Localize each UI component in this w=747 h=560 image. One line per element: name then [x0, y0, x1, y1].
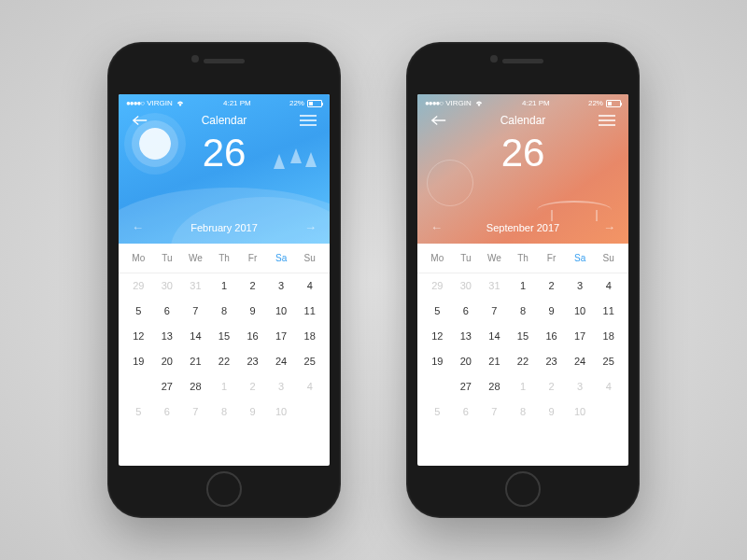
day-cell[interactable]: 16 — [238, 328, 267, 344]
day-cell[interactable]: 24 — [566, 353, 595, 370]
day-cell[interactable]: 11 — [594, 302, 623, 319]
day-cell[interactable]: 17 — [267, 328, 296, 344]
day-cell[interactable]: 1 — [210, 378, 239, 395]
day-cell[interactable]: 2 — [238, 277, 267, 294]
day-cell[interactable]: 3 — [566, 378, 595, 395]
day-cell[interactable]: 2 — [238, 378, 267, 395]
day-cell[interactable]: 12 — [423, 328, 452, 344]
day-cell[interactable]: 6 — [153, 403, 182, 420]
day-cell[interactable]: 9 — [238, 403, 267, 420]
day-cell[interactable]: 14 — [181, 328, 210, 344]
day-cell[interactable]: 25 — [594, 353, 623, 370]
day-cell[interactable]: 1 — [509, 277, 538, 294]
day-cell[interactable]: 9 — [537, 403, 566, 420]
day-cell[interactable]: 18 — [295, 328, 324, 344]
day-cell[interactable]: 31 — [480, 277, 509, 294]
day-cell[interactable]: 4 — [594, 277, 623, 294]
day-cell[interactable]: 23 — [537, 353, 566, 370]
day-cell[interactable]: 10 — [566, 302, 595, 319]
day-cell[interactable]: 30 — [452, 277, 481, 294]
day-cell[interactable]: 7 — [480, 302, 509, 319]
day-cell[interactable]: 2 — [537, 277, 566, 294]
day-cell[interactable]: 23 — [238, 353, 267, 370]
prev-month-button[interactable]: ← — [430, 220, 443, 234]
back-icon[interactable] — [132, 114, 148, 127]
day-cell[interactable]: 24 — [267, 353, 296, 370]
prev-month-button[interactable]: ← — [132, 220, 144, 234]
day-cell[interactable]: 6 — [452, 403, 481, 420]
day-cell[interactable]: 5 — [423, 302, 452, 319]
day-cell[interactable]: 10 — [566, 403, 595, 420]
day-cell[interactable]: 15 — [509, 328, 538, 344]
day-cell[interactable]: 19 — [124, 353, 153, 370]
day-cell[interactable]: 13 — [153, 328, 182, 344]
day-cell[interactable]: 8 — [509, 302, 538, 319]
weekday-label: Su — [594, 253, 623, 263]
day-cell[interactable]: 10 — [267, 403, 296, 420]
menu-icon[interactable] — [300, 114, 317, 127]
day-cell[interactable]: 7 — [181, 403, 210, 420]
menu-icon[interactable] — [599, 114, 615, 127]
day-cell[interactable]: 19 — [423, 353, 452, 370]
day-cell[interactable]: 9 — [238, 302, 267, 319]
day-cell[interactable]: 25 — [295, 353, 324, 370]
day-cell[interactable]: 10 — [267, 302, 296, 319]
day-cell[interactable]: 16 — [537, 328, 566, 344]
day-cell[interactable]: 29 — [124, 277, 153, 294]
status-bar: ●●●●○ VIRGIN 4:21 PM 22% — [119, 94, 330, 112]
day-cell[interactable]: 26 — [124, 378, 153, 395]
day-cell[interactable]: 1 — [509, 378, 538, 395]
day-cell[interactable]: 22 — [509, 353, 538, 370]
day-cell[interactable]: 28 — [480, 378, 509, 395]
day-cell[interactable]: 27 — [153, 378, 182, 395]
day-cell[interactable]: 5 — [124, 403, 153, 420]
day-cell[interactable]: 5 — [124, 302, 153, 319]
day-cell[interactable]: 26 — [423, 378, 452, 395]
day-cell[interactable]: 4 — [594, 378, 623, 395]
phone-right: ●●●●○ VIRGIN 4:21 PM 22% Calendar 26 ← S… — [406, 42, 640, 518]
day-cell[interactable]: 4 — [295, 277, 324, 294]
day-cell[interactable]: 21 — [181, 353, 210, 370]
day-cell[interactable]: 27 — [452, 378, 481, 395]
day-cell[interactable]: 20 — [452, 353, 481, 370]
next-month-button[interactable]: → — [603, 220, 615, 234]
day-cell[interactable]: 7 — [181, 302, 210, 319]
day-cell[interactable]: 15 — [210, 328, 239, 344]
home-button[interactable] — [206, 471, 242, 507]
day-cell[interactable]: 3 — [267, 378, 296, 395]
day-cell[interactable]: 1 — [210, 277, 239, 294]
day-cell[interactable]: 21 — [480, 353, 509, 370]
day-cell[interactable]: 8 — [509, 403, 538, 420]
day-cell[interactable]: 5 — [423, 403, 452, 420]
day-cell[interactable]: 8 — [210, 302, 239, 319]
day-cell[interactable]: 6 — [153, 302, 182, 319]
back-icon[interactable] — [430, 114, 447, 127]
day-cell[interactable]: 31 — [181, 277, 210, 294]
weekday-label: We — [181, 253, 210, 263]
day-cell[interactable]: 17 — [566, 328, 595, 344]
day-cell[interactable]: 30 — [153, 277, 182, 294]
battery-icon — [307, 100, 322, 107]
day-cell[interactable]: 14 — [480, 328, 509, 344]
day-cell[interactable]: 4 — [295, 378, 324, 395]
day-cell[interactable]: 18 — [594, 328, 623, 344]
day-cell[interactable]: 6 — [452, 302, 481, 319]
home-button[interactable] — [505, 471, 541, 507]
day-cell[interactable]: 28 — [181, 378, 210, 395]
next-month-button[interactable]: → — [304, 220, 317, 234]
month-label: February 2017 — [190, 222, 258, 233]
day-cell[interactable]: 13 — [452, 328, 481, 344]
day-cell[interactable]: 3 — [566, 277, 595, 294]
weekday-label: Sa — [566, 253, 595, 263]
clock-label: 4:21 PM — [223, 99, 251, 107]
day-cell[interactable]: 3 — [267, 277, 296, 294]
day-cell[interactable]: 7 — [480, 403, 509, 420]
day-cell[interactable]: 29 — [423, 277, 452, 294]
day-cell[interactable]: 9 — [537, 302, 566, 319]
day-cell[interactable]: 8 — [210, 403, 239, 420]
day-cell[interactable]: 2 — [537, 378, 566, 395]
day-cell[interactable]: 20 — [153, 353, 182, 370]
day-cell[interactable]: 11 — [295, 302, 324, 319]
day-cell[interactable]: 22 — [210, 353, 239, 370]
day-cell[interactable]: 12 — [124, 328, 153, 344]
